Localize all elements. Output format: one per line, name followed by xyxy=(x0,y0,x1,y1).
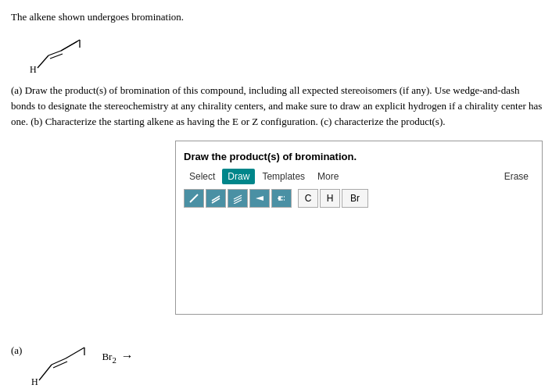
svg-text:H: H xyxy=(31,376,38,387)
drawing-panel: Draw the product(s) of bromination. Sele… xyxy=(175,141,543,315)
draw-button[interactable]: Draw xyxy=(222,169,255,184)
toolbar: Select Draw Templates More Erase xyxy=(184,169,534,184)
erase-button[interactable]: Erase xyxy=(499,169,534,184)
svg-line-19 xyxy=(39,365,52,380)
svg-line-10 xyxy=(212,198,220,203)
svg-marker-14 xyxy=(256,196,263,201)
reaction-arrow: → xyxy=(121,349,134,363)
svg-line-1 xyxy=(38,55,48,68)
br2-label: Br2 xyxy=(102,351,116,365)
bottom-section: (a) H Br2 → xyxy=(11,330,543,392)
double-bond-tool[interactable] xyxy=(206,189,226,208)
intro-sentence: The alkene shown undergoes bromination. xyxy=(11,11,184,23)
single-bond-tool[interactable] xyxy=(184,189,204,208)
hydrogen-atom-button[interactable]: H xyxy=(320,189,340,208)
alkene-top-diagram: H xyxy=(27,30,543,77)
templates-button[interactable]: Templates xyxy=(256,169,310,184)
svg-text:H: H xyxy=(30,64,37,75)
svg-line-9 xyxy=(212,196,220,201)
carbon-atom-button[interactable]: C xyxy=(298,189,318,208)
svg-line-6 xyxy=(61,40,80,51)
description-span: (a) Draw the product(s) of bromination o… xyxy=(11,84,542,127)
intro-text: The alkene shown undergoes bromination. xyxy=(11,9,543,25)
dash-bond-tool[interactable] xyxy=(271,189,292,208)
description-text: (a) Draw the product(s) of bromination o… xyxy=(11,83,543,130)
select-button[interactable]: Select xyxy=(184,169,220,184)
bromine-atom-button[interactable]: Br xyxy=(342,189,368,208)
triple-bond-tool[interactable] xyxy=(228,189,248,208)
part-a-label: (a) xyxy=(11,344,22,357)
wedge-bond-tool[interactable] xyxy=(249,189,270,208)
panel-title: Draw the product(s) of bromination. xyxy=(184,151,534,162)
main-content: The alkene shown undergoes bromination. … xyxy=(0,0,552,392)
tool-icons-row: C H Br xyxy=(184,189,534,208)
svg-line-22 xyxy=(66,347,84,358)
alkene-top-svg: H xyxy=(27,34,89,77)
page-container: The alkene shown undergoes bromination. … xyxy=(0,0,552,392)
alkene-bottom-svg: H xyxy=(28,337,99,391)
svg-line-8 xyxy=(190,194,198,202)
drawing-canvas[interactable] xyxy=(184,208,534,301)
more-button[interactable]: More xyxy=(312,169,344,184)
